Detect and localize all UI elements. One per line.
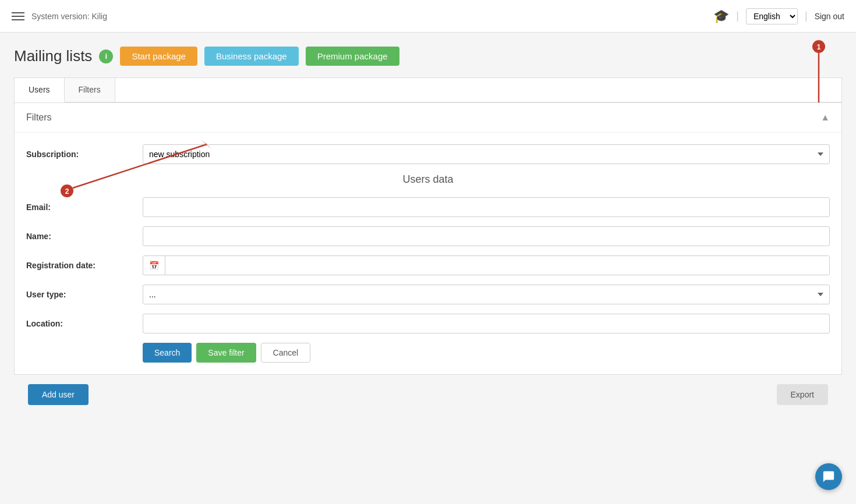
info-badge[interactable]: i — [99, 49, 113, 63]
location-input[interactable] — [143, 314, 830, 333]
annotation-arrow-2: 2 — [49, 133, 253, 203]
export-button[interactable]: Export — [777, 384, 828, 405]
business-package-btn[interactable]: Business package — [204, 47, 299, 66]
system-version: System version: Kilig — [31, 12, 107, 21]
subscription-row: Subscription: new subscription active in… — [26, 144, 830, 164]
form-buttons: Search Save filter Cancel — [143, 343, 830, 363]
user-type-label: User type: — [26, 290, 143, 299]
user-type-row: User type: ... admin regular — [26, 285, 830, 304]
language-select[interactable]: English French German — [746, 8, 798, 24]
svg-text:2: 2 — [65, 187, 69, 196]
page-content: Mailing lists i Start package Business p… — [0, 33, 856, 428]
filter-form: Subscription: new subscription active in… — [15, 133, 841, 374]
location-label: Location: — [26, 319, 143, 328]
tab-filters[interactable]: Filters — [65, 78, 115, 102]
subscription-select[interactable]: new subscription active inactive all — [143, 144, 830, 164]
hamburger-menu[interactable] — [12, 12, 24, 20]
save-filter-button[interactable]: Save filter — [196, 343, 256, 363]
separator-1: | — [736, 10, 739, 22]
calendar-icon[interactable]: 📅 — [143, 256, 165, 275]
date-field: 📅 — [143, 255, 830, 275]
name-label: Name: — [26, 232, 143, 241]
sign-out-link[interactable]: Sign out — [815, 12, 844, 21]
page-title: Mailing lists — [14, 47, 92, 65]
main-card: Filters ▲ Subscription: new subscription… — [14, 102, 842, 375]
page-wrapper: System version: Kilig 🎓 | English French… — [0, 0, 856, 428]
search-button[interactable]: Search — [143, 343, 192, 363]
name-input[interactable] — [143, 226, 830, 246]
user-type-select[interactable]: ... admin regular — [143, 285, 830, 304]
collapse-icon[interactable]: ▲ — [820, 112, 830, 123]
separator-2: | — [805, 10, 808, 22]
header-right: 🎓 | English French German | Sign out — [713, 8, 844, 24]
filters-header: Filters ▲ — [15, 103, 841, 133]
cancel-button[interactable]: Cancel — [261, 343, 311, 363]
name-row: Name: — [26, 226, 830, 246]
tab-container: Users Filters — [14, 77, 842, 102]
header: System version: Kilig 🎓 | English French… — [0, 0, 856, 33]
location-row: Location: — [26, 314, 830, 333]
reg-date-label: Registration date: — [26, 261, 143, 270]
email-row: Email: — [26, 197, 830, 217]
tabs: Users Filters — [15, 78, 841, 102]
reg-date-row: Registration date: 📅 — [26, 255, 830, 275]
premium-package-btn[interactable]: Premium package — [306, 47, 399, 66]
filters-title: Filters — [26, 112, 52, 123]
reg-date-input[interactable] — [165, 256, 829, 275]
email-input[interactable] — [143, 197, 830, 217]
subscription-label: Subscription: — [26, 150, 143, 159]
bottom-bar: Add user Export — [14, 375, 842, 414]
users-data-heading: Users data — [26, 173, 830, 186]
start-package-btn[interactable]: Start package — [120, 47, 197, 66]
svg-point-4 — [61, 184, 73, 197]
page-title-row: Mailing lists i Start package Business p… — [14, 47, 842, 66]
add-user-button[interactable]: Add user — [28, 384, 89, 405]
email-label: Email: — [26, 203, 143, 212]
tab-users[interactable]: Users — [15, 78, 65, 102]
graduation-icon: 🎓 — [713, 9, 729, 24]
header-left: System version: Kilig — [12, 12, 107, 21]
title-row-wrapper: Mailing lists i Start package Business p… — [14, 47, 842, 66]
